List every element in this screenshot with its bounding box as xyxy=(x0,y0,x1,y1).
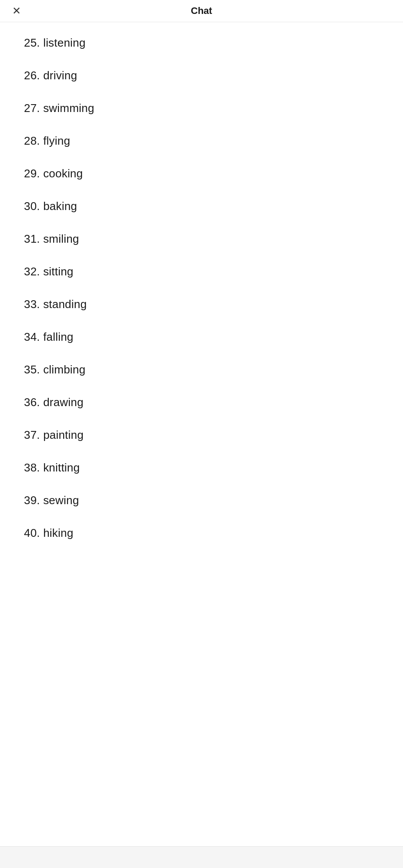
close-button[interactable]: ✕ xyxy=(9,3,24,19)
list-container: 25. listening26. driving27. swimming28. … xyxy=(0,22,403,554)
list-item: 27. swimming xyxy=(0,92,403,125)
list-item: 40. hiking xyxy=(0,517,403,549)
list-item: 28. flying xyxy=(0,125,403,157)
list-item: 33. standing xyxy=(0,288,403,321)
list-item: 34. falling xyxy=(0,321,403,353)
header-title: Chat xyxy=(191,5,212,17)
list-item: 30. baking xyxy=(0,190,403,223)
list-item: 25. listening xyxy=(0,27,403,59)
list-item: 35. climbing xyxy=(0,353,403,386)
list-item: 31. smiling xyxy=(0,223,403,255)
list-item: 38. knitting xyxy=(0,451,403,484)
list-item: 36. drawing xyxy=(0,386,403,419)
list-item: 29. cooking xyxy=(0,157,403,190)
list-item: 39. sewing xyxy=(0,484,403,517)
footer-bar xyxy=(0,846,403,868)
app-header: ✕ Chat xyxy=(0,0,403,22)
list-item: 32. sitting xyxy=(0,255,403,288)
list-item: 37. painting xyxy=(0,419,403,451)
list-item: 26. driving xyxy=(0,59,403,92)
